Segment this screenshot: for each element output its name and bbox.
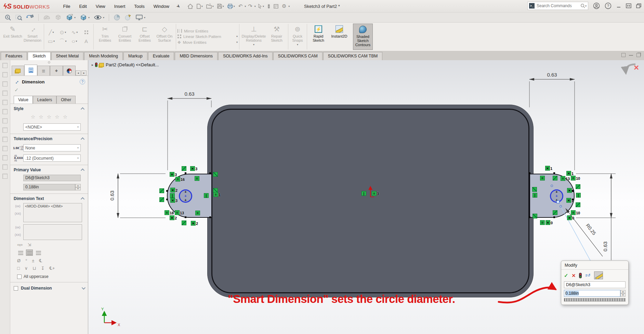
dimension-text-area[interactable]: <MOD-DIAM> <DIM> (23, 203, 82, 222)
properties-button[interactable] (272, 3, 280, 9)
menu-edit[interactable]: Edit (75, 2, 90, 10)
panel-ok-check-icon[interactable]: ✓ (10, 85, 88, 94)
modify-cancel-button[interactable]: ✕ (572, 273, 576, 278)
text-tool[interactable]: A (80, 37, 92, 46)
relation-badge[interactable] (182, 221, 186, 225)
symbol-button[interactable]: □ (17, 266, 20, 271)
pane-icon[interactable] (621, 53, 626, 57)
trim-entities-button[interactable]: ✂ Trim Entities (95, 24, 115, 50)
dim-text-top-left[interactable]: 0.63 (184, 91, 194, 97)
relation-badge[interactable] (182, 166, 186, 171)
tab-displaymanager[interactable] (63, 66, 76, 76)
edit-appearance-icon[interactable] (113, 14, 121, 21)
relation-badge[interactable] (159, 197, 164, 202)
value-spinner[interactable]: ▲▼ (75, 184, 81, 190)
justify-right-button[interactable] (35, 250, 42, 256)
sketch-point[interactable] (529, 216, 530, 218)
display-style-icon[interactable]: ▾ (79, 14, 91, 21)
save-style-icon[interactable]: ☆ (55, 114, 59, 120)
relation-badge[interactable]: = (540, 176, 545, 181)
doc-minimize-icon[interactable] (629, 53, 633, 56)
relation-badge[interactable] (533, 214, 537, 218)
relation-badge[interactable]: | (204, 193, 209, 198)
relation-badge[interactable] (213, 172, 218, 177)
symbol-button[interactable]: ° (25, 258, 27, 263)
all-uppercase-checkbox[interactable] (17, 275, 22, 279)
relation-badge[interactable]: =13 (175, 210, 180, 215)
strip-cube-icon[interactable] (2, 72, 8, 77)
relation-badge[interactable]: ✕0 (546, 220, 550, 225)
relation-badge[interactable]: | (533, 193, 537, 198)
strip-cube-icon[interactable] (2, 100, 8, 105)
open-button[interactable]: ▾ (205, 3, 215, 9)
tab-mesh-modeling[interactable]: Mesh Modeling (84, 52, 123, 60)
zoom-area-icon[interactable] (14, 14, 23, 21)
menu-tools[interactable]: Tools (130, 2, 148, 10)
dimension-name-field[interactable]: D6@Sketch3 (23, 175, 81, 181)
strip-cube-icon[interactable] (2, 91, 8, 96)
symbol-button[interactable]: ℄+ (49, 266, 55, 271)
graphics-viewport[interactable]: ▸ Part2 (Default) <<Default... +++ +++ (88, 60, 644, 334)
tab-evaluate[interactable]: Evaluate (148, 52, 174, 60)
sketch-point[interactable] (185, 216, 186, 218)
relation-badge[interactable]: = (195, 176, 199, 181)
strip-cube-icon[interactable] (2, 155, 8, 160)
modify-ok-button[interactable]: ✓ (564, 272, 568, 279)
menu-file[interactable]: File (59, 2, 74, 10)
relation-badge[interactable]: = (540, 220, 545, 225)
save-button[interactable]: ▾ (216, 3, 225, 9)
print-button[interactable]: ▾ (226, 3, 236, 10)
expand-dual-icon[interactable] (82, 286, 86, 290)
apply-scene-icon[interactable] (123, 14, 132, 21)
menu-view[interactable]: View (92, 2, 109, 10)
sketch-point[interactable] (166, 190, 168, 192)
repair-sketch-button[interactable]: ⚒ Repair Sketch (267, 24, 287, 50)
strip-cube-icon[interactable] (2, 63, 8, 68)
strip-cube-icon[interactable] (2, 81, 8, 86)
strip-cube-icon[interactable] (2, 174, 8, 179)
spline-tool[interactable]: ∿▾ (69, 28, 80, 37)
mirror-entities-button[interactable]: Mirror Entities (178, 29, 238, 33)
collapse-style-icon[interactable] (81, 107, 84, 111)
modify-value-spinner[interactable]: ▲▼ (620, 290, 626, 297)
relation-badge[interactable] (159, 188, 164, 193)
delete-style-icon[interactable]: ☆ (47, 114, 51, 120)
smart-dimension-button[interactable]: ↔ Smart Dimension (23, 24, 42, 50)
dim-text-radius[interactable]: R0.25 (585, 223, 597, 236)
modify-dialog[interactable]: Modify ✓ ✕ ±↺ D6@Sketch3 0.188in ▲▼ (561, 260, 629, 305)
tab-features[interactable]: Features (1, 52, 27, 60)
symbol-button[interactable]: ∨ (25, 266, 28, 271)
strip-cube-icon[interactable] (2, 137, 8, 142)
minimize-button[interactable] (616, 3, 621, 8)
sketch-point[interactable] (209, 216, 211, 218)
arc-tool[interactable]: ⌒▾ (57, 37, 69, 46)
precision-dropdown[interactable]: .12 (Document)▾ (23, 155, 81, 162)
sketch-point[interactable] (185, 172, 186, 174)
account-icon[interactable] (593, 2, 600, 9)
modify-dimension-name[interactable]: D6@Sketch3 (564, 281, 626, 288)
offset-on-surface-button[interactable]: ◇ Offset On Surface (155, 24, 174, 50)
home-button[interactable] (186, 3, 195, 10)
subtab-leaders[interactable]: Leaders (33, 96, 56, 104)
sketch-point[interactable] (553, 172, 555, 174)
relation-badge[interactable]: =18 (165, 210, 169, 215)
undo-button[interactable]: ↶ (237, 2, 244, 10)
circle-tool[interactable]: ⊙▾ (57, 28, 69, 37)
relation-badge[interactable]: ✕2 (191, 221, 196, 226)
search-icon[interactable] (580, 3, 585, 8)
sketch-point[interactable] (572, 199, 574, 200)
add-style-icon[interactable]: ☆ (39, 114, 43, 120)
panel-splitter-handle[interactable] (10, 60, 88, 65)
tabs-scroll-left-icon[interactable]: ◂ (76, 70, 81, 76)
tab-solidworks-add-ins[interactable]: SOLIDWORKS Add-Ins (218, 52, 273, 60)
symbol-button[interactable]: Ø (17, 258, 21, 263)
sketch-point[interactable] (209, 172, 211, 174)
menu-window[interactable]: Window (150, 2, 173, 10)
relation-badge[interactable]: = (195, 211, 200, 215)
redo-button[interactable]: ↷ (247, 2, 254, 10)
hidden-lines-icon[interactable] (54, 14, 63, 21)
modify-rebuild-icon[interactable] (579, 273, 582, 278)
relation-badge[interactable] (576, 184, 580, 189)
relation-badge[interactable]: ✕3 (170, 172, 174, 177)
text-slant-icon[interactable]: ⇲ (28, 242, 31, 247)
